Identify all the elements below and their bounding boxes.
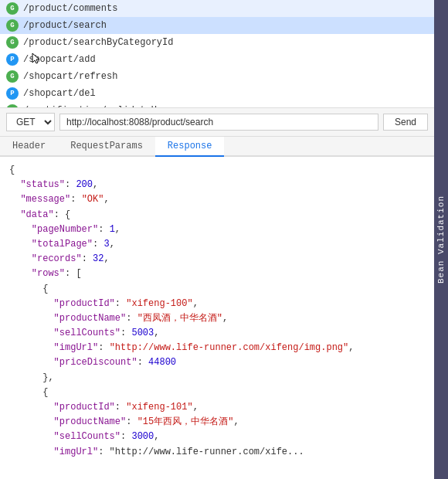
method-badge: G <box>6 104 19 108</box>
api-list-item[interactable]: G/product/comments <box>0 0 434 17</box>
api-list: G/product/commentsG/product/searchG/prod… <box>0 0 434 108</box>
response-line: "sellCounts": 5003, <box>9 326 425 341</box>
api-list-item[interactable]: P/shopcart/add <box>0 51 434 68</box>
api-path: /product/searchByCategoryId <box>23 37 173 48</box>
api-path: /shopcart/del <box>23 88 96 99</box>
response-line: "productName": "西凤酒，中华名酒", <box>9 311 425 326</box>
response-line: "totalPage": 3, <box>9 237 425 252</box>
tab-header[interactable]: Header <box>0 137 58 157</box>
api-path: /shopcart/add <box>23 54 96 65</box>
method-badge: G <box>6 2 19 15</box>
response-line: "rows": [ <box>9 267 425 281</box>
response-line: { <box>9 163 425 178</box>
response-line: "imgUrl": "http://www.life-runner.com/xi… <box>9 341 425 355</box>
response-line: "productId": "xifeng-100", <box>9 297 425 311</box>
api-list-item[interactable]: P/shopcart/del <box>0 85 434 102</box>
method-select[interactable]: GET <box>6 113 55 131</box>
method-badge: G <box>6 19 19 32</box>
api-path: /product/search <box>23 20 107 31</box>
response-line: "priceDiscount": 44800 <box>9 355 425 370</box>
response-line: { <box>9 386 425 400</box>
api-path: /shopcart/refresh <box>23 71 117 82</box>
method-badge: G <box>6 70 19 83</box>
api-path: /certification/validateUsername <box>23 105 195 108</box>
response-line: "productId": "xifeng-101", <box>9 400 425 415</box>
response-line: "productName": "15年西风，中华名酒", <box>9 415 425 430</box>
method-badge: P <box>6 87 19 100</box>
api-list-item[interactable]: G/product/search <box>0 17 434 34</box>
response-line: "sellCounts": 3000, <box>9 430 425 444</box>
tabs-bar: HeaderRequestParamsResponse <box>0 137 434 157</box>
response-line: "data": { <box>9 208 425 223</box>
response-line: }, <box>9 371 425 386</box>
url-input[interactable] <box>59 114 378 131</box>
response-line: "status": 200, <box>9 178 425 192</box>
sidebar: Bean Validation <box>434 0 448 479</box>
sidebar-label: Bean Validation <box>436 195 446 284</box>
api-list-item[interactable]: G/product/searchByCategoryId <box>0 34 434 51</box>
api-list-item[interactable]: G/shopcart/refresh <box>0 68 434 85</box>
response-line: "records": 32, <box>9 252 425 267</box>
response-line: { <box>9 282 425 297</box>
response-line: "message": "OK", <box>9 192 425 207</box>
url-bar: GET Send <box>0 108 434 137</box>
method-badge: G <box>6 36 19 49</box>
response-line: "imgUrl": "http://www.life-runner.com/xi… <box>9 445 425 460</box>
api-path: /product/comments <box>23 3 117 14</box>
tab-requestparams[interactable]: RequestParams <box>58 137 155 157</box>
response-line: "pageNumber": 1, <box>9 223 425 237</box>
main-panel: G/product/commentsG/product/searchG/prod… <box>0 0 434 479</box>
send-button[interactable]: Send <box>383 114 428 131</box>
tab-response[interactable]: Response <box>155 137 225 157</box>
api-list-item[interactable]: G/certification/validateUsername <box>0 102 434 108</box>
method-badge: P <box>6 53 19 66</box>
response-content[interactable]: { "status": 200, "message": "OK", "data"… <box>0 157 434 479</box>
